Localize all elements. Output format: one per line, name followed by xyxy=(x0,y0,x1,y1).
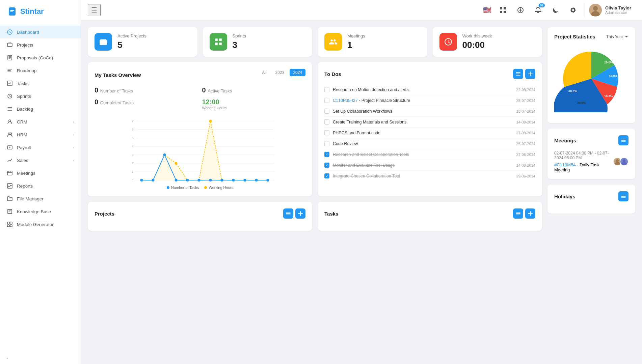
sidebar-item-sprints[interactable]: Sprints xyxy=(0,90,81,103)
tasks-add-button[interactable] xyxy=(525,208,535,219)
working-hours-value: 12:00 xyxy=(202,98,306,106)
svg-text:Sept: Sept xyxy=(231,183,238,183)
svg-point-49 xyxy=(209,120,212,122)
svg-text:30.0%: 30.0% xyxy=(577,101,586,105)
sidebar-item-filemanager[interactable]: File Manager xyxy=(0,192,81,205)
sidebar-item-dashboard[interactable]: Dashboard xyxy=(0,26,81,38)
todo-item: Code Review 26-07-2024 xyxy=(324,138,535,149)
sidebar-item-proposals[interactable]: Proposals (CoCo) xyxy=(0,51,81,64)
user-profile[interactable]: Olivia Taylor Administrator xyxy=(585,2,635,18)
filter-tabs: All 2023 2024 xyxy=(259,69,305,76)
user-role: Administrator xyxy=(605,10,631,15)
todo-link[interactable]: C110P35-I27 xyxy=(333,98,358,103)
todo-checkbox[interactable] xyxy=(324,119,329,124)
sidebar-item-hrm[interactable]: HRM › xyxy=(0,128,81,141)
tasks-bottom-actions xyxy=(513,208,535,219)
meeting-link[interactable]: #C110M54 xyxy=(554,162,576,167)
active-projects-icon xyxy=(95,33,112,51)
svg-text:Jan: Jan xyxy=(139,183,144,183)
year-selector[interactable]: This Year xyxy=(606,34,628,39)
dark-mode-toggle[interactable] xyxy=(550,4,562,16)
todos-add-button[interactable] xyxy=(525,69,535,79)
sidebar-item-meetings[interactable]: Meetings xyxy=(0,167,81,179)
legend-tasks-label: Number of Tasks xyxy=(171,186,199,190)
flag-icon[interactable]: 🇺🇸 xyxy=(483,6,491,14)
todo-text: Research and Select Collaboration Tools xyxy=(333,152,513,157)
todo-item: Set Up Collaboration Workflows 18-07-202… xyxy=(324,106,535,117)
svg-point-21 xyxy=(593,6,598,11)
apps-icon[interactable] xyxy=(497,4,509,16)
meetings-stat-icon xyxy=(324,33,342,51)
meetings-icon xyxy=(7,170,13,176)
sidebar-item-tasks[interactable]: Tasks xyxy=(0,77,81,90)
notification-bell[interactable]: 52 xyxy=(532,4,544,16)
chevron-right-icon: › xyxy=(73,133,74,137)
add-icon[interactable] xyxy=(514,4,527,16)
roadmap-icon xyxy=(7,67,13,74)
todo-checkbox[interactable] xyxy=(324,109,329,114)
todo-checkbox[interactable] xyxy=(324,130,329,135)
svg-text:6: 6 xyxy=(132,128,134,131)
sidebar-item-sales[interactable]: Sales › xyxy=(0,154,81,167)
sidebar-item-knowledgebase[interactable]: Knowledge Base xyxy=(0,205,81,218)
filter-tab-all[interactable]: All xyxy=(259,69,270,76)
crm-icon xyxy=(7,119,13,125)
hamburger-button[interactable]: ☰ xyxy=(88,4,101,16)
svg-text:Oct: Oct xyxy=(243,183,248,183)
todo-checkbox[interactable] xyxy=(324,173,329,178)
sidebar-item-backlog[interactable]: Backlog xyxy=(0,103,81,115)
sidebar-item-projects[interactable]: Projects xyxy=(0,38,81,51)
num-tasks-value: 0 Number of Tasks xyxy=(95,86,198,94)
todo-item: Research on Motion detection and alerts.… xyxy=(324,84,535,95)
sidebar-item-roadmap[interactable]: Roadmap xyxy=(0,64,81,77)
sidebar-item-dashboard-label: Dashboard xyxy=(17,30,74,35)
todo-item: Monitor and Evaluate Tool Usage 14-08-20… xyxy=(324,160,535,171)
tasks-overview-title: My Tasks Overview xyxy=(95,72,141,78)
meetings-panel-list-button[interactable] xyxy=(618,135,628,145)
todo-checkbox[interactable] xyxy=(324,87,329,92)
modulegenerator-icon xyxy=(7,221,13,227)
sprints-stat-icon xyxy=(210,33,227,51)
holidays-list-button[interactable] xyxy=(618,191,628,201)
svg-point-65 xyxy=(255,179,258,181)
sidebar-item-modulegenerator[interactable]: Module Generator xyxy=(0,218,81,231)
svg-rect-12 xyxy=(10,222,12,224)
sidebar-item-payroll[interactable]: Payroll › xyxy=(0,141,81,154)
active-projects-info: Active Projects 5 xyxy=(117,33,146,50)
meeting-avatar-2 xyxy=(620,157,628,166)
tasks-bottom-card: Tasks xyxy=(318,202,542,231)
svg-point-66 xyxy=(267,179,269,181)
todo-checkbox[interactable] xyxy=(324,141,329,146)
svg-text:Feb: Feb xyxy=(151,183,156,183)
active-tasks-value: 0 Active Tasks xyxy=(202,86,306,94)
sidebar-item-modulegenerator-label: Module Generator xyxy=(17,222,74,227)
holidays-card: Holidays xyxy=(547,185,635,214)
sidebar-item-crm[interactable]: CRM › xyxy=(0,115,81,128)
projects-add-button[interactable] xyxy=(295,208,305,219)
tasks-list-button[interactable] xyxy=(513,208,523,219)
filter-tab-2024[interactable]: 2024 xyxy=(290,69,305,76)
legend-hours-label: Working Hours xyxy=(209,186,233,190)
meeting-info: 02-07-2024 04:00 PM - 02-07-2024 05:00 P… xyxy=(554,151,612,172)
sidebar-item-knowledgebase-label: Knowledge Base xyxy=(17,209,74,214)
svg-marker-42 xyxy=(142,121,268,180)
settings-icon[interactable] xyxy=(567,4,579,16)
sprints-icon xyxy=(7,93,13,99)
todo-date: 29-06-2024 xyxy=(516,174,535,178)
todo-checkbox[interactable] xyxy=(324,152,329,157)
svg-text:2: 2 xyxy=(132,162,134,165)
proposals-icon xyxy=(7,55,13,61)
meetings-label: Meetings xyxy=(347,33,365,38)
todo-text: PHPCS and Format code xyxy=(333,131,513,135)
svg-rect-14 xyxy=(10,225,12,227)
filter-tab-2023[interactable]: 2023 xyxy=(272,69,288,76)
todos-list-button[interactable] xyxy=(513,69,523,79)
projects-list-button[interactable] xyxy=(283,208,293,219)
filemanager-icon xyxy=(7,196,13,202)
todo-item: Research and Select Collaboration Tools … xyxy=(324,149,535,160)
sidebar-item-meetings-label: Meetings xyxy=(17,171,74,176)
bottom-row: Projects Tasks xyxy=(88,202,542,231)
todo-checkbox[interactable] xyxy=(324,98,329,103)
sidebar-item-reports[interactable]: Reports xyxy=(0,179,81,192)
todo-checkbox[interactable] xyxy=(324,163,329,168)
